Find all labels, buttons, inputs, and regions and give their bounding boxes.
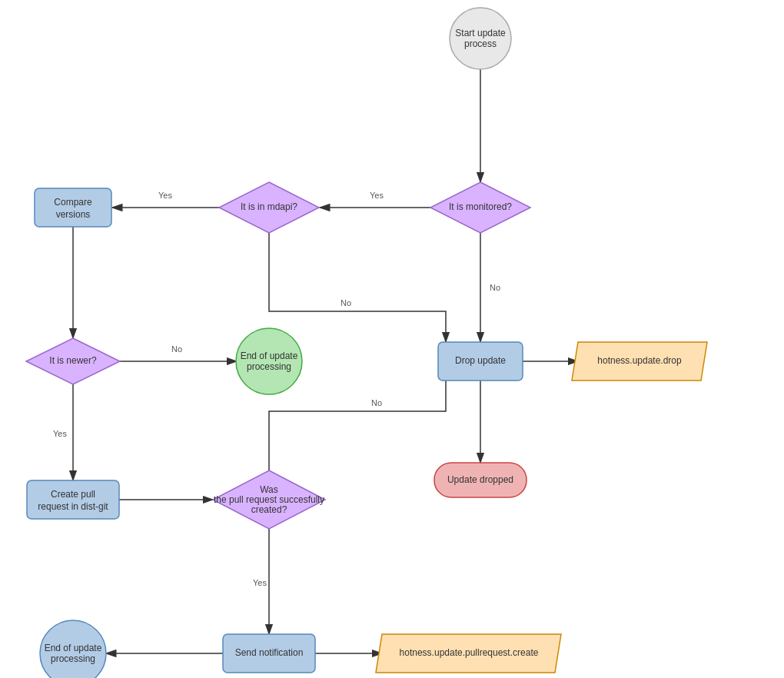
edge-mdapi-drop	[269, 233, 446, 342]
is-mdapi-label: It is in mdapi?	[241, 201, 297, 212]
edge-label-no1: No	[490, 283, 500, 292]
create-pr-label: Create pull	[51, 489, 95, 500]
drop-update-label: Drop update	[455, 355, 506, 366]
edge-label-no2: No	[341, 298, 351, 307]
end-update1-label2: processing	[247, 361, 291, 372]
update-dropped-label: Update dropped	[447, 474, 513, 485]
was-pr-created-label3: created?	[251, 504, 287, 515]
edge-label-yes4: Yes	[253, 578, 267, 587]
edge-label-yes3: Yes	[53, 429, 67, 438]
edge-label-yes1: Yes	[370, 191, 384, 200]
was-pr-created-label2: the pull request succesfully	[214, 494, 324, 505]
hotness-drop-label: hotness.update.drop	[597, 355, 682, 366]
is-newer-label: It is newer?	[49, 355, 97, 366]
compare-versions-label2: versions	[56, 209, 91, 220]
hotness-pr-label: hotness.update.pullrequest.create	[400, 647, 539, 658]
end-update1-label: End of update	[241, 351, 298, 361]
compare-versions-label: Compare	[54, 197, 92, 208]
was-pr-created-label1: Was	[260, 484, 278, 495]
start-label: Start update	[455, 28, 506, 38]
end-update2-label2: processing	[51, 653, 95, 664]
send-notification-label: Send notification	[235, 647, 304, 658]
create-pr-label2: request in dist-git	[38, 501, 108, 512]
start-label2: process	[464, 38, 497, 49]
edge-label-no4: No	[371, 398, 382, 407]
edge-label-no3: No	[171, 344, 182, 354]
is-monitored-label: It is monitored?	[449, 201, 512, 212]
edge-label-yes2: Yes	[158, 191, 172, 200]
flowchart: Yes Yes No No No Yes No Yes Start update…	[0, 0, 784, 678]
end-update2-label: End of update	[45, 643, 102, 653]
